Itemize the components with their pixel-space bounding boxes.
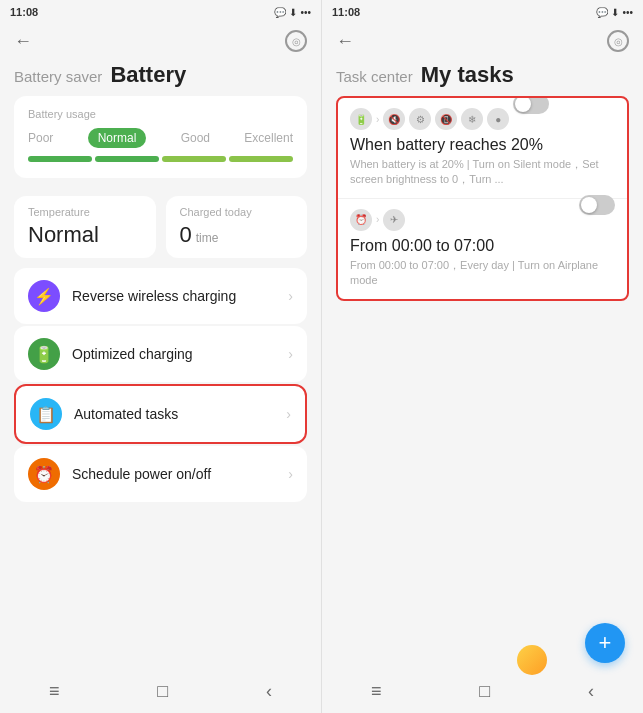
task-battery-toggle[interactable] <box>513 96 549 114</box>
fab-add-button[interactable]: + <box>585 623 625 663</box>
level-normal: Normal <box>88 128 147 148</box>
download-icon-right: ⬇ <box>611 7 619 18</box>
optimized-charging-label: Optimized charging <box>72 346 193 362</box>
task-item-time: ⏰ › ✈ From 00:00 to 07:00 From 00:00 to … <box>338 199 627 299</box>
automated-tasks-arrow: › <box>286 406 291 422</box>
download-icon: ⬇ <box>289 7 297 18</box>
optimized-charging-icon: 🔋 <box>28 338 60 370</box>
task-dot-icon: ● <box>487 108 509 130</box>
page-title-right: Task center My tasks <box>322 58 643 96</box>
nav-menu-right[interactable]: ≡ <box>371 681 382 702</box>
page-main-title-right: My tasks <box>421 62 514 88</box>
top-nav-left: ← ◎ <box>0 24 321 58</box>
task-clock-icon: ⏰ <box>350 209 372 231</box>
task-battery-title: When battery reaches 20% <box>350 136 615 154</box>
nav-back-right[interactable]: ‹ <box>588 681 594 702</box>
nav-home-left[interactable]: □ <box>157 681 168 702</box>
automated-tasks-icon: 📋 <box>30 398 62 430</box>
settings-icon-left[interactable]: ◎ <box>285 30 307 52</box>
toggle-switch-time[interactable] <box>579 195 615 215</box>
optimized-charging-arrow: › <box>288 346 293 362</box>
task-time-desc: From 00:00 to 07:00，Every day | Turn on … <box>350 258 615 289</box>
whatsapp-icon-right: 💬 <box>596 7 608 18</box>
charged-today-value: 0 time <box>180 222 294 248</box>
task-snow-icon: ❄ <box>461 108 483 130</box>
fab-plus-icon: + <box>599 630 612 656</box>
toggle-knob-time <box>581 197 597 213</box>
level-good: Good <box>181 131 210 145</box>
task-battery-icons: 🔋 › 🔇 ⚙ 📵 ❄ ● <box>350 108 615 130</box>
task-list-area: 🔋 › 🔇 ⚙ 📵 ❄ ● When battery reaches 20% W… <box>336 96 629 301</box>
page-main-title-left: Battery <box>110 62 186 88</box>
toggle-switch-battery[interactable] <box>513 96 549 114</box>
bar-segment-4 <box>229 156 293 162</box>
menu-item-optimized-charging[interactable]: 🔋 Optimized charging › <box>14 326 307 382</box>
menu-item-reverse-wireless[interactable]: ⚡ Reverse wireless charging › <box>14 268 307 324</box>
task-time-title: From 00:00 to 07:00 <box>350 237 615 255</box>
more-icon-right: ••• <box>622 7 633 18</box>
stats-row: Temperature Normal Charged today 0 time <box>14 196 307 258</box>
charged-today-unit: time <box>196 231 219 245</box>
task-time-arrow1: › <box>376 214 379 225</box>
deco-circle <box>517 645 547 675</box>
charged-today-card: Charged today 0 time <box>166 196 308 258</box>
back-button-right[interactable]: ← <box>336 31 354 52</box>
charged-today-label: Charged today <box>180 206 294 218</box>
battery-usage-label: Battery usage <box>28 108 293 120</box>
right-panel: 11:08 💬 ⬇ ••• ← ◎ Task center My tasks 🔋… <box>321 0 643 713</box>
nav-menu-left[interactable]: ≡ <box>49 681 60 702</box>
battery-card: Battery usage Poor Normal Good Excellent <box>14 96 307 178</box>
level-excellent: Excellent <box>244 131 293 145</box>
temperature-label: Temperature <box>28 206 142 218</box>
menu-list: ⚡ Reverse wireless charging › 🔋 Optimize… <box>14 268 307 502</box>
schedule-power-arrow: › <box>288 466 293 482</box>
task-battery-icon: 🔋 <box>350 108 372 130</box>
level-poor: Poor <box>28 131 53 145</box>
task-battery-desc: When battery is at 20% | Turn on Silent … <box>350 157 615 188</box>
task-time-icons: ⏰ › ✈ <box>350 209 615 231</box>
status-icons-left: 💬 ⬇ ••• <box>274 7 311 18</box>
settings-icon-right[interactable]: ◎ <box>607 30 629 52</box>
toggle-knob-battery <box>515 96 531 112</box>
status-bar-right: 11:08 💬 ⬇ ••• <box>322 0 643 24</box>
task-time-toggle[interactable] <box>579 195 615 215</box>
nav-home-right[interactable]: □ <box>479 681 490 702</box>
bottom-nav-right: ≡ □ ‹ <box>322 673 643 713</box>
charged-today-number: 0 <box>180 222 192 248</box>
top-nav-right: ← ◎ <box>322 24 643 58</box>
menu-item-schedule-power[interactable]: ⏰ Schedule power on/off › <box>14 446 307 502</box>
status-bar-left: 11:08 💬 ⬇ ••• <box>0 0 321 24</box>
schedule-power-icon: ⏰ <box>28 458 60 490</box>
nav-back-left[interactable]: ‹ <box>266 681 272 702</box>
automated-tasks-label: Automated tasks <box>74 406 178 422</box>
page-title-left: Battery saver Battery <box>0 58 321 96</box>
temperature-text: Normal <box>28 222 99 248</box>
task-gear-icon: ⚙ <box>409 108 431 130</box>
page-subtitle-right: Task center <box>336 68 413 85</box>
back-button-left[interactable]: ← <box>14 31 32 52</box>
task-phone-icon: 📵 <box>435 108 457 130</box>
task-item-battery: 🔋 › 🔇 ⚙ 📵 ❄ ● When battery reaches 20% W… <box>338 98 627 199</box>
battery-levels: Poor Normal Good Excellent <box>28 128 293 148</box>
left-panel: 11:08 💬 ⬇ ••• ← ◎ Battery saver Battery … <box>0 0 321 713</box>
bar-segment-1 <box>28 156 92 162</box>
reverse-wireless-icon: ⚡ <box>28 280 60 312</box>
reverse-wireless-label: Reverse wireless charging <box>72 288 236 304</box>
menu-item-automated-tasks[interactable]: 📋 Automated tasks › <box>14 384 307 444</box>
temperature-card: Temperature Normal <box>14 196 156 258</box>
task-airplane-icon: ✈ <box>383 209 405 231</box>
status-time-left: 11:08 <box>10 6 38 18</box>
whatsapp-icon: 💬 <box>274 7 286 18</box>
task-battery-arrow1: › <box>376 114 379 125</box>
status-icons-right: 💬 ⬇ ••• <box>596 7 633 18</box>
bottom-nav-left: ≡ □ ‹ <box>0 673 321 713</box>
schedule-power-label: Schedule power on/off <box>72 466 211 482</box>
bar-segment-2 <box>95 156 159 162</box>
temperature-value: Normal <box>28 222 142 248</box>
status-time-right: 11:08 <box>332 6 360 18</box>
bar-segment-3 <box>162 156 226 162</box>
battery-bar <box>28 156 293 162</box>
more-icon: ••• <box>300 7 311 18</box>
reverse-wireless-arrow: › <box>288 288 293 304</box>
page-subtitle-left: Battery saver <box>14 68 102 85</box>
